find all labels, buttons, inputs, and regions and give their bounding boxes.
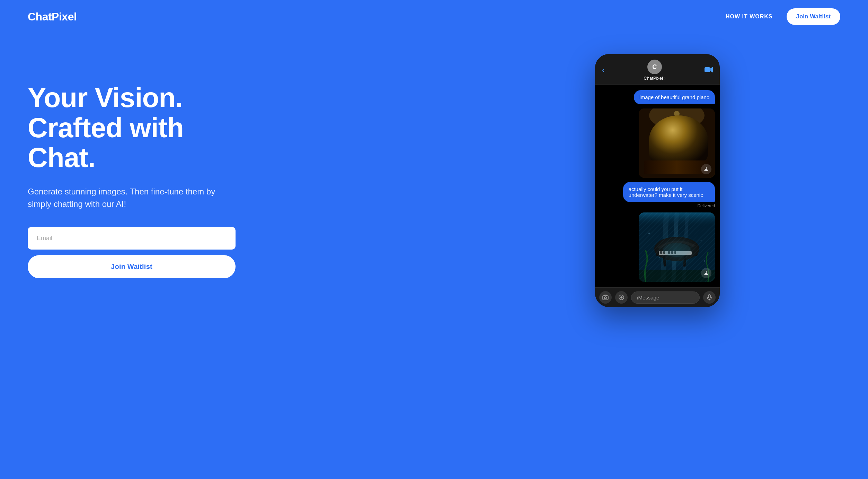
phone-video-icon[interactable] bbox=[705, 66, 713, 75]
svg-point-5 bbox=[650, 127, 707, 167]
svg-rect-9 bbox=[662, 148, 664, 151]
join-waitlist-button[interactable]: Join Waitlist bbox=[28, 255, 236, 278]
svg-rect-30 bbox=[663, 256, 666, 267]
piano-image-download-icon[interactable] bbox=[701, 164, 711, 174]
svg-rect-12 bbox=[674, 148, 676, 151]
svg-rect-6 bbox=[653, 143, 701, 150]
email-input[interactable] bbox=[28, 227, 236, 250]
svg-rect-17 bbox=[639, 212, 715, 226]
svg-rect-24 bbox=[659, 251, 692, 255]
svg-rect-0 bbox=[705, 67, 710, 72]
svg-rect-13 bbox=[661, 153, 665, 165]
camera-button[interactable] bbox=[599, 291, 612, 304]
svg-point-33 bbox=[663, 243, 691, 257]
imessage-input[interactable]: iMessage bbox=[631, 291, 700, 304]
svg-point-18 bbox=[648, 233, 650, 234]
svg-rect-10 bbox=[667, 148, 669, 151]
underwater-image-download-icon[interactable] bbox=[701, 268, 711, 278]
svg-rect-7 bbox=[657, 148, 693, 153]
svg-marker-1 bbox=[710, 67, 713, 72]
svg-rect-25 bbox=[660, 251, 662, 254]
nav-right: HOW IT WORKS Join Waitlist bbox=[726, 8, 840, 25]
mic-button[interactable] bbox=[703, 291, 716, 304]
hero-title-line2: Crafted with Chat. bbox=[28, 112, 184, 173]
svg-point-19 bbox=[701, 240, 702, 241]
phone-bottombar: iMessage bbox=[595, 287, 720, 307]
svg-rect-22 bbox=[656, 251, 698, 256]
hero-right: ‹ C ChatPixel image of beautiful grand p… bbox=[475, 54, 840, 307]
svg-point-21 bbox=[704, 260, 705, 262]
hero-subtitle: Generate stunning images. Then fine-tune… bbox=[28, 185, 236, 210]
phone-back-icon[interactable]: ‹ bbox=[602, 66, 604, 75]
svg-rect-27 bbox=[668, 251, 670, 254]
how-it-works-link[interactable]: HOW IT WORKS bbox=[726, 14, 773, 20]
phone-contact-name: ChatPixel bbox=[644, 76, 665, 81]
chat-bubble-2: actually could you put it underwater? ma… bbox=[623, 182, 715, 202]
svg-rect-11 bbox=[671, 148, 673, 151]
phone-topbar: ‹ C ChatPixel bbox=[595, 54, 720, 85]
delivered-label: Delivered bbox=[697, 203, 715, 208]
ai-button[interactable] bbox=[615, 291, 628, 304]
chat-bubble-1: image of beautiful grand piano bbox=[634, 90, 715, 104]
svg-point-23 bbox=[654, 237, 699, 261]
svg-rect-8 bbox=[658, 148, 660, 151]
nav-join-waitlist-button[interactable]: Join Waitlist bbox=[787, 8, 841, 25]
hero-left: Your Vision. Crafted with Chat. Generate… bbox=[28, 83, 236, 278]
svg-point-35 bbox=[604, 297, 606, 299]
svg-point-4 bbox=[674, 111, 680, 116]
hero-title: Your Vision. Crafted with Chat. bbox=[28, 83, 236, 173]
svg-rect-26 bbox=[663, 251, 665, 254]
svg-rect-28 bbox=[671, 251, 673, 254]
underwater-image-bubble bbox=[639, 212, 715, 282]
svg-rect-37 bbox=[708, 295, 710, 298]
svg-point-20 bbox=[659, 257, 660, 258]
navbar: ChatPixel HOW IT WORKS Join Waitlist bbox=[0, 0, 868, 33]
hero-title-line1: Your Vision. bbox=[28, 82, 183, 113]
svg-rect-31 bbox=[683, 256, 687, 267]
svg-rect-29 bbox=[674, 251, 676, 254]
brand-logo: ChatPixel bbox=[28, 10, 77, 23]
phone-mockup: ‹ C ChatPixel image of beautiful grand p… bbox=[595, 54, 720, 307]
svg-rect-14 bbox=[683, 153, 687, 165]
phone-contact: C ChatPixel bbox=[644, 60, 665, 81]
svg-rect-34 bbox=[603, 296, 608, 300]
piano-image-bubble bbox=[639, 108, 715, 178]
phone-avatar: C bbox=[647, 60, 662, 74]
hero-section: Your Vision. Crafted with Chat. Generate… bbox=[0, 33, 868, 335]
svg-point-15 bbox=[653, 162, 701, 172]
phone-chat: image of beautiful grand piano bbox=[595, 85, 720, 287]
